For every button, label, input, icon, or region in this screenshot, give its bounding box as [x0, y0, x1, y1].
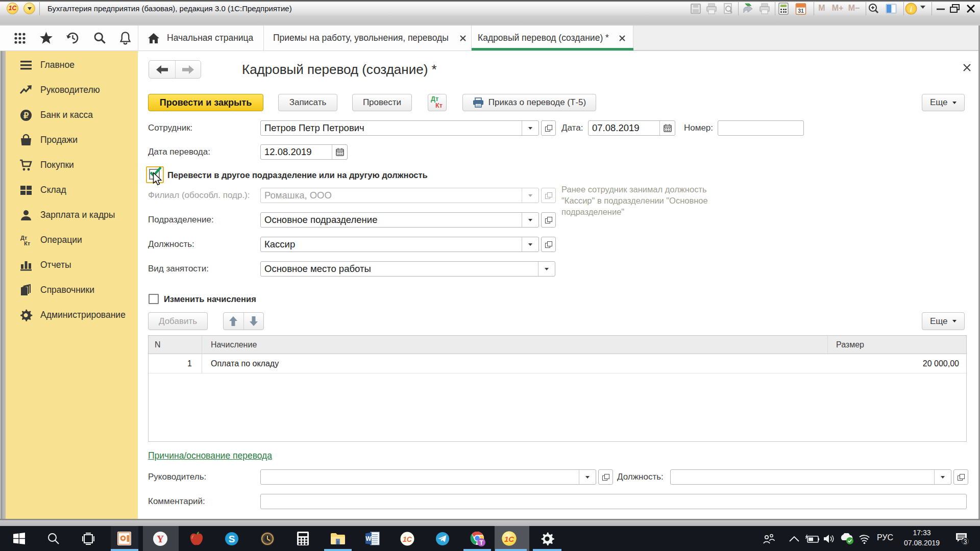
- svg-text:i: i: [910, 6, 912, 13]
- svg-text:₽: ₽: [23, 111, 29, 120]
- svg-text:Кт: Кт: [24, 240, 31, 246]
- svg-text:Y: Y: [157, 534, 164, 544]
- svg-text:1С: 1С: [504, 535, 514, 543]
- svg-text:3: 3: [964, 538, 967, 545]
- svg-text:T: T: [479, 539, 483, 546]
- svg-text:1С: 1С: [403, 535, 412, 543]
- svg-text:31: 31: [798, 8, 804, 14]
- svg-text:S: S: [229, 534, 235, 544]
- svg-text:W: W: [365, 535, 372, 542]
